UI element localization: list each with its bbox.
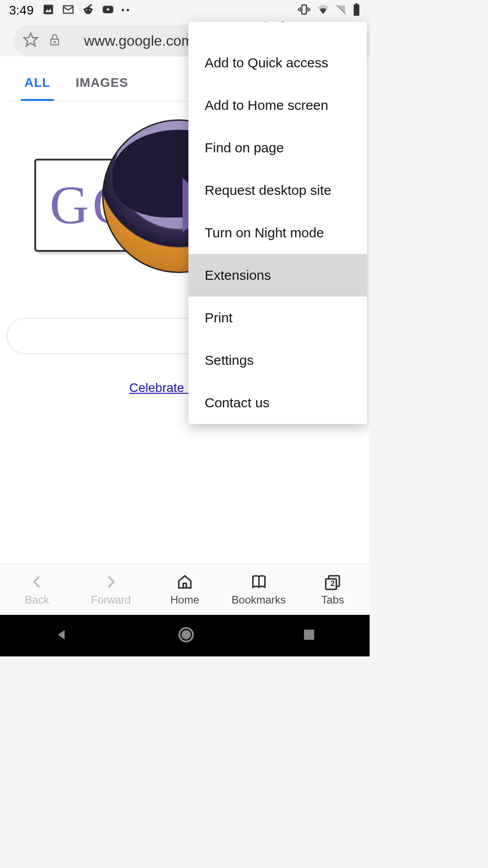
menu-night-mode[interactable]: Turn on Night mode <box>188 212 367 254</box>
book-icon <box>250 573 268 591</box>
home-icon <box>176 573 194 591</box>
status-time: 3:49 <box>9 3 34 18</box>
chevron-right-icon <box>102 573 120 591</box>
svg-point-30 <box>183 631 190 639</box>
svg-rect-0 <box>43 5 53 14</box>
svg-point-9 <box>89 9 90 10</box>
menu-save-webpage[interactable]: Save webpage <box>188 22 367 42</box>
bookmark-star-icon[interactable] <box>23 32 39 50</box>
svg-point-23 <box>54 42 56 43</box>
overflow-menu: Save webpage Add to Quick access Add to … <box>188 22 367 424</box>
more-dots-icon: •• <box>122 5 131 15</box>
nav-recent-icon[interactable] <box>302 628 316 643</box>
svg-marker-21 <box>24 33 38 46</box>
wifi-icon <box>316 3 330 18</box>
svg-point-5 <box>90 8 93 10</box>
browser-toolbar: Back Forward Home Bookmarks 2 Tabs <box>0 564 370 615</box>
status-bar: 3:49 •• <box>0 0 370 20</box>
menu-contact-us[interactable]: Contact us <box>188 382 367 424</box>
back-button[interactable]: Back <box>0 564 74 615</box>
svg-point-4 <box>83 8 85 10</box>
svg-line-7 <box>88 5 90 6</box>
battery-icon <box>352 3 361 18</box>
svg-rect-20 <box>356 3 358 5</box>
svg-rect-19 <box>354 4 360 15</box>
nav-back-icon[interactable] <box>54 627 70 645</box>
tab-images[interactable]: IMAGES <box>72 70 131 101</box>
url-text: www.google.com <box>84 33 193 49</box>
tabs-button[interactable]: 2 Tabs <box>296 564 370 615</box>
svg-point-8 <box>86 9 87 10</box>
svg-rect-31 <box>304 630 314 640</box>
tabs-icon: 2 <box>324 573 342 591</box>
menu-request-desktop[interactable]: Request desktop site <box>188 169 367 212</box>
photo-icon <box>42 3 55 18</box>
tab-all[interactable]: ALL <box>21 70 54 101</box>
menu-print[interactable]: Print <box>188 297 367 339</box>
menu-add-home-screen[interactable]: Add to Home screen <box>188 84 367 127</box>
svg-rect-12 <box>302 5 306 14</box>
svg-rect-24 <box>183 583 187 588</box>
reddit-icon <box>82 3 94 18</box>
no-sim-icon <box>335 4 347 17</box>
home-button[interactable]: Home <box>148 564 222 615</box>
menu-settings[interactable]: Settings <box>188 339 367 382</box>
menu-add-quick-access[interactable]: Add to Quick access <box>188 42 367 84</box>
youtube-icon <box>102 3 114 18</box>
menu-find-on-page[interactable]: Find on page <box>188 127 367 169</box>
vibrate-icon <box>297 3 311 18</box>
bookmarks-button[interactable]: Bookmarks <box>222 564 296 615</box>
menu-extensions[interactable]: Extensions <box>188 254 367 297</box>
chevron-left-icon <box>28 573 46 591</box>
gmail-icon <box>62 3 75 18</box>
nav-home-icon[interactable] <box>177 626 195 646</box>
lock-icon <box>48 33 61 48</box>
svg-marker-28 <box>58 630 65 640</box>
svg-point-3 <box>84 7 91 14</box>
system-nav-bar <box>0 615 370 656</box>
forward-button[interactable]: Forward <box>74 564 148 615</box>
